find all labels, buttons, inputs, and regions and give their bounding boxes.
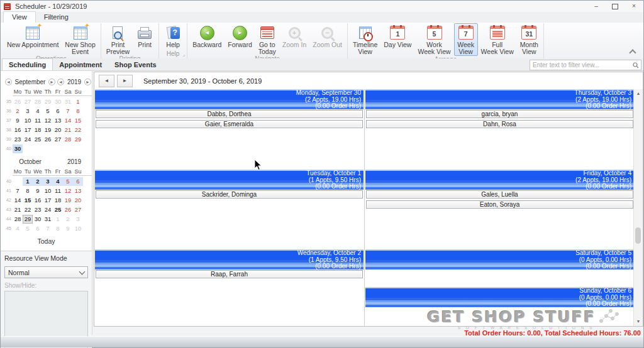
ribbon-button-work-week-view[interactable]: 5Work Week View bbox=[414, 23, 453, 56]
calendar-day[interactable]: 16 bbox=[13, 126, 23, 134]
calendar-day[interactable]: 6 bbox=[73, 177, 83, 186]
calendar-day[interactable]: 5 bbox=[63, 177, 73, 186]
calendar-day[interactable]: 11 bbox=[33, 116, 43, 125]
calendar-day[interactable]: 27 bbox=[53, 135, 63, 144]
day-header-wednesday-october-2[interactable]: Wednesday, October 2(1 Appts, 9.50 Hrs)(… bbox=[95, 249, 364, 269]
calendar-day[interactable]: 14 bbox=[13, 196, 23, 205]
ribbon-button-print[interactable]: Print bbox=[133, 23, 157, 55]
collapse-ribbon-icon[interactable] bbox=[629, 49, 636, 56]
calendar-day[interactable]: 28 bbox=[33, 97, 43, 106]
appointment[interactable]: Gaier, Esmeralda bbox=[96, 120, 363, 128]
calendar-day[interactable]: 12 bbox=[43, 116, 53, 125]
calendar-day[interactable]: 18 bbox=[33, 126, 43, 134]
next-year-button[interactable]: ► bbox=[84, 79, 91, 85]
tab-scheduling[interactable]: Scheduling bbox=[2, 58, 53, 70]
ribbon-tab-filtering[interactable]: Filtering bbox=[36, 12, 77, 23]
calendar-day[interactable]: 30 bbox=[53, 97, 63, 106]
ribbon-button-timeline-view[interactable]: Timeline View bbox=[350, 23, 380, 56]
dialog-launcher-icon[interactable]: ⌟ bbox=[182, 51, 185, 58]
calendar-day[interactable]: 31 bbox=[63, 97, 73, 106]
calendar-day[interactable]: 30 bbox=[33, 215, 43, 224]
calendar-day[interactable]: 3 bbox=[23, 107, 33, 116]
scroll-up-arrow-icon[interactable]: ▲ bbox=[634, 89, 643, 98]
filter-input[interactable] bbox=[530, 62, 633, 68]
previous-week-button[interactable]: ◄ bbox=[99, 75, 114, 87]
calendar-day[interactable]: 4 bbox=[13, 224, 23, 233]
calendar-day[interactable]: 30 bbox=[13, 144, 23, 153]
previous-month-button[interactable]: ◄ bbox=[5, 79, 12, 85]
calendar-day[interactable]: 24 bbox=[43, 205, 53, 214]
tab-appointment[interactable]: Appointment bbox=[53, 59, 108, 70]
ribbon-button-month-view[interactable]: 31Month View bbox=[517, 23, 541, 56]
calendar-day[interactable]: 1 bbox=[23, 177, 33, 186]
calendar-day[interactable]: 1 bbox=[73, 97, 83, 106]
calendar-day[interactable]: 22 bbox=[73, 126, 83, 134]
appointment[interactable]: Dahn, Rosa bbox=[366, 120, 633, 128]
calendar-day[interactable]: 24 bbox=[23, 135, 33, 144]
calendar-day[interactable]: 17 bbox=[23, 126, 33, 134]
calendar-day[interactable]: 3 bbox=[73, 215, 83, 224]
calendar-day[interactable]: 10 bbox=[43, 187, 53, 195]
calendar-day[interactable]: 8 bbox=[53, 224, 63, 233]
calendar-day[interactable]: 14 bbox=[63, 116, 73, 125]
calendar-day[interactable]: 21 bbox=[63, 126, 73, 134]
calendar-day[interactable]: 15 bbox=[23, 196, 33, 205]
calendar-day[interactable]: 19 bbox=[63, 196, 73, 205]
ribbon-button-print-preview[interactable]: Print Preview bbox=[103, 23, 133, 55]
appointment[interactable]: garcia, bryan bbox=[366, 110, 633, 118]
ribbon-button-go-to-today[interactable]: Go to Today bbox=[255, 23, 279, 55]
calendar-day[interactable]: 26 bbox=[43, 135, 53, 144]
calendar-day[interactable]: 2 bbox=[13, 107, 23, 116]
calendar-day[interactable]: 2 bbox=[33, 177, 43, 186]
day-header-tuesday-october-1[interactable]: Tuesday, October 1(1 Appts, 9.50 Hrs)(0.… bbox=[95, 170, 364, 190]
calendar-day[interactable]: 26 bbox=[63, 205, 73, 214]
calendar-day[interactable]: 9 bbox=[33, 187, 43, 195]
appointment[interactable]: Dabbs, Dorthea bbox=[96, 110, 363, 118]
scroll-down-arrow-icon[interactable]: ▼ bbox=[634, 317, 643, 326]
maximize-button[interactable] bbox=[606, 1, 625, 12]
calendar-day[interactable]: 8 bbox=[73, 107, 83, 116]
appointment[interactable]: Raap, Farrah bbox=[96, 270, 363, 278]
calendar-day[interactable]: 29 bbox=[43, 97, 53, 106]
calendar-day[interactable]: 18 bbox=[53, 196, 63, 205]
ribbon-button-week-view[interactable]: 7Week View bbox=[454, 23, 478, 56]
calendar-day[interactable]: 28 bbox=[63, 135, 73, 144]
ribbon-tab-view[interactable]: View bbox=[3, 11, 36, 23]
calendar-day[interactable]: 7 bbox=[63, 107, 73, 116]
calendar-day[interactable]: 28 bbox=[13, 215, 23, 224]
calendar-day[interactable]: 2 bbox=[63, 215, 73, 224]
calendar-day[interactable]: 23 bbox=[13, 135, 23, 144]
calendar-day[interactable]: 6 bbox=[53, 107, 63, 116]
ribbon-button-forward[interactable]: ►Forward bbox=[225, 23, 255, 55]
appointment[interactable]: Sackrider, Dominga bbox=[96, 190, 363, 198]
calendar-day[interactable]: 23 bbox=[33, 205, 43, 214]
calendar-day[interactable]: 12 bbox=[63, 187, 73, 195]
calendar-day[interactable]: 1 bbox=[53, 215, 63, 224]
calendar-day[interactable]: 21 bbox=[13, 205, 23, 214]
appointment[interactable]: Eaton, Soraya bbox=[366, 200, 633, 209]
today-button[interactable]: Today bbox=[1, 233, 92, 251]
calendar-day[interactable]: 26 bbox=[13, 97, 23, 106]
calendar-day[interactable]: 5 bbox=[43, 107, 53, 116]
appointment[interactable]: Gales, Luella bbox=[366, 190, 633, 198]
calendar-day[interactable]: 4 bbox=[53, 177, 63, 186]
ribbon-button-new-shop-event[interactable]: ✦New Shop Event bbox=[62, 23, 98, 55]
ribbon-button-new-appointment[interactable]: ✦New Appointment bbox=[4, 23, 62, 55]
calendar-day[interactable]: 10 bbox=[23, 116, 33, 125]
calendar-day[interactable]: 13 bbox=[73, 187, 83, 195]
calendar-day[interactable]: 25 bbox=[53, 205, 63, 214]
calendar-day[interactable]: 4 bbox=[33, 107, 43, 116]
calendar-day[interactable]: 3 bbox=[43, 177, 53, 186]
ribbon-button-help[interactable]: ?Help bbox=[161, 23, 185, 50]
calendar-day[interactable]: 7 bbox=[13, 187, 23, 195]
calendar-day[interactable]: 25 bbox=[33, 135, 43, 144]
resource-view-mode-dropdown[interactable]: Normal bbox=[4, 266, 88, 278]
scrollbar-thumb[interactable] bbox=[635, 227, 641, 244]
tab-shop-events[interactable]: Shop Events bbox=[108, 59, 163, 70]
ribbon-button-backward[interactable]: ◄Backward bbox=[189, 23, 225, 55]
calendar-day[interactable]: 9 bbox=[63, 224, 73, 233]
calendar-day[interactable]: 20 bbox=[53, 126, 63, 134]
calendar-day[interactable]: 31 bbox=[43, 215, 53, 224]
ribbon-button-full-week-view[interactable]: Full Week View bbox=[478, 23, 517, 56]
calendar-day[interactable]: 11 bbox=[53, 187, 63, 195]
